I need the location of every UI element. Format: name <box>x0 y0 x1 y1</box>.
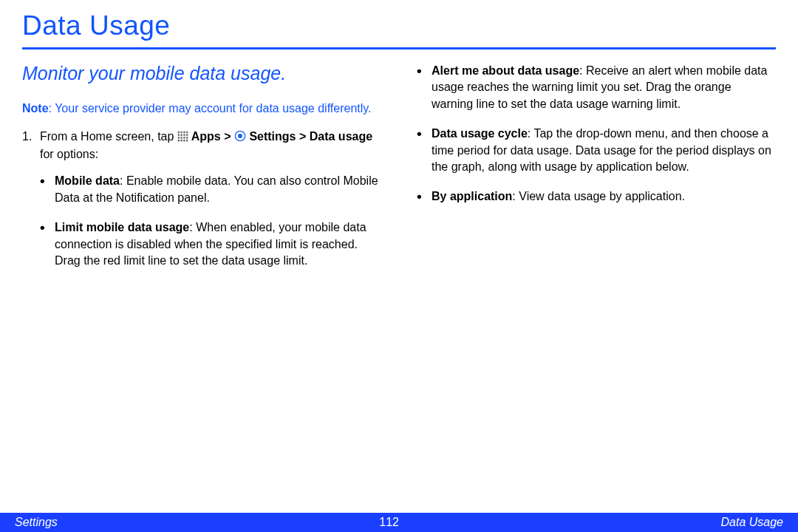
svg-point-2 <box>183 131 185 133</box>
svg-point-6 <box>183 134 185 136</box>
svg-point-12 <box>177 139 180 141</box>
right-bullet-list: Alert me about data usage: Receive an al… <box>417 63 776 205</box>
bullet-label: Mobile data <box>55 174 120 187</box>
list-item: Alert me about data usage: Receive an al… <box>417 63 776 112</box>
svg-point-0 <box>177 131 180 133</box>
apps-icon <box>177 130 188 146</box>
list-item: Data usage cycle: Tap the drop-down menu… <box>417 126 776 175</box>
bullet-label: By application <box>432 190 512 202</box>
svg-point-14 <box>183 139 185 141</box>
note-body: : Your service provider may account for … <box>49 102 372 115</box>
step-suffix: for options: <box>40 148 98 160</box>
title-rule <box>22 47 776 50</box>
list-item: By application: View data usage by appli… <box>417 188 776 205</box>
manual-page: Data Usage Monitor your mobile data usag… <box>0 0 798 532</box>
step-prefix: From a Home screen, tap <box>40 130 177 143</box>
right-column: Alert me about data usage: Receive an al… <box>417 63 776 282</box>
bullet-text: : View data usage by application. <box>512 190 685 202</box>
svg-point-10 <box>183 137 185 139</box>
svg-point-9 <box>180 137 183 139</box>
svg-point-4 <box>177 134 180 136</box>
step-1: 1. From a Home screen, tap Apps > Settin… <box>22 129 381 163</box>
step-apps-label: Apps > <box>188 130 234 143</box>
bullet-label: Alert me about data usage <box>432 64 579 77</box>
step-settings-label: Settings > Data usage <box>246 130 372 143</box>
content-columns: Monitor your mobile data usage. Note: Yo… <box>22 63 776 282</box>
left-bullet-list: Mobile data: Enable mobile data. You can… <box>22 173 381 269</box>
note-label: Note <box>22 102 49 115</box>
left-column: Monitor your mobile data usage. Note: Yo… <box>22 63 381 282</box>
svg-point-17 <box>238 134 242 138</box>
section-subtitle: Monitor your mobile data usage. <box>22 63 381 84</box>
page-footer: Settings 112 Data Usage <box>0 513 798 532</box>
note-text: Note: Your service provider may account … <box>22 100 381 117</box>
bullet-label: Data usage cycle <box>432 127 528 140</box>
list-item: Limit mobile data usage: When enabled, y… <box>40 219 381 269</box>
svg-point-5 <box>180 134 183 136</box>
settings-icon <box>234 130 246 146</box>
bullet-label: Limit mobile data usage <box>55 221 189 233</box>
svg-point-8 <box>177 137 180 139</box>
step-number: 1. <box>22 129 32 145</box>
footer-right: Data Usage <box>720 516 783 529</box>
list-item: Mobile data: Enable mobile data. You can… <box>40 173 381 206</box>
footer-page-number: 112 <box>379 516 399 529</box>
svg-point-1 <box>180 131 183 133</box>
footer-left: Settings <box>15 516 58 529</box>
svg-point-13 <box>180 139 183 141</box>
page-title: Data Usage <box>22 10 776 46</box>
